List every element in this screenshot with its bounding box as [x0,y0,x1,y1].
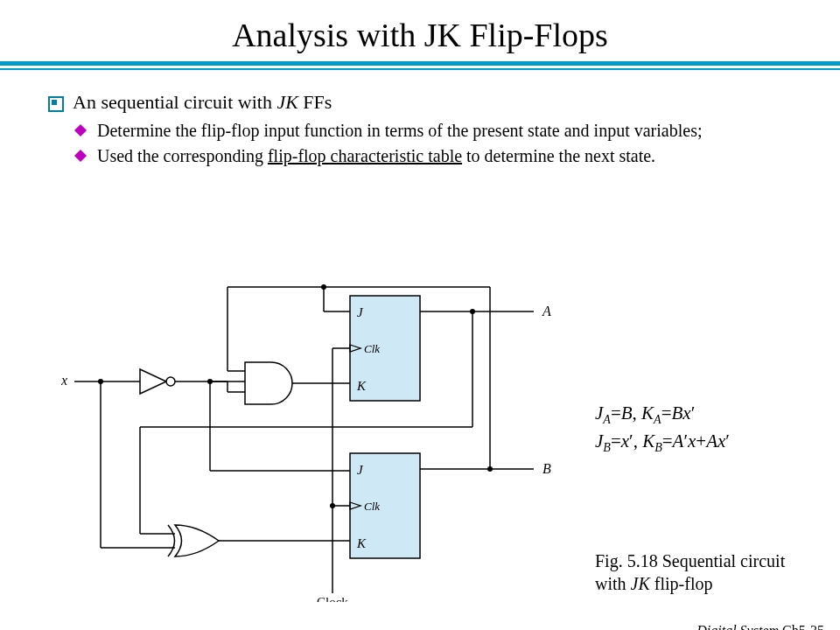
xor-gate-icon [168,525,219,556]
text: Determine the flip-flop input function i… [97,121,702,140]
not-gate-icon [140,369,175,394]
svg-point-24 [330,503,335,508]
bullet-level1: An sequential circuit with JK FFs [48,91,805,114]
equations: JA=B, KA=Bx′ JB=x′, KB=A′x+Ax′ [595,401,730,457]
text: FFs [298,91,332,113]
text: Used the corresponding [97,146,268,165]
text: An sequential circuit with [73,91,276,113]
text-italic: JK [276,91,298,113]
square-bullet-icon [48,96,64,112]
figure-caption: Fig. 5.18 Sequential circuit with JK fli… [595,550,822,595]
label-A: A [542,304,551,318]
text: to determine the next state. [462,146,655,165]
circuit-diagram: x J [61,278,586,602]
label-Clk: Clk [364,500,380,513]
bullet-level2: Used the corresponding flip-flop charact… [48,144,805,168]
svg-point-29 [321,284,326,290]
label-K: K [356,536,367,550]
diamond-bullet-icon [74,124,87,136]
divider [0,61,840,70]
svg-point-3 [166,377,175,386]
label-x: x [61,373,67,388]
and-gate-icon [245,362,292,404]
text-underline: flip-flop characteristic table [268,146,462,165]
diamond-bullet-icon [74,150,87,162]
page-title: Analysis with JK Flip-Flops [0,16,840,54]
label-Clock: Clock [317,595,348,602]
label-B: B [542,461,551,476]
bullet-level2: Determine the flip-flop input function i… [48,119,805,143]
label-Clk: Clk [364,342,380,355]
slide-footer: Digital System Ch5-35 [696,623,824,630]
label-K: K [356,379,367,393]
